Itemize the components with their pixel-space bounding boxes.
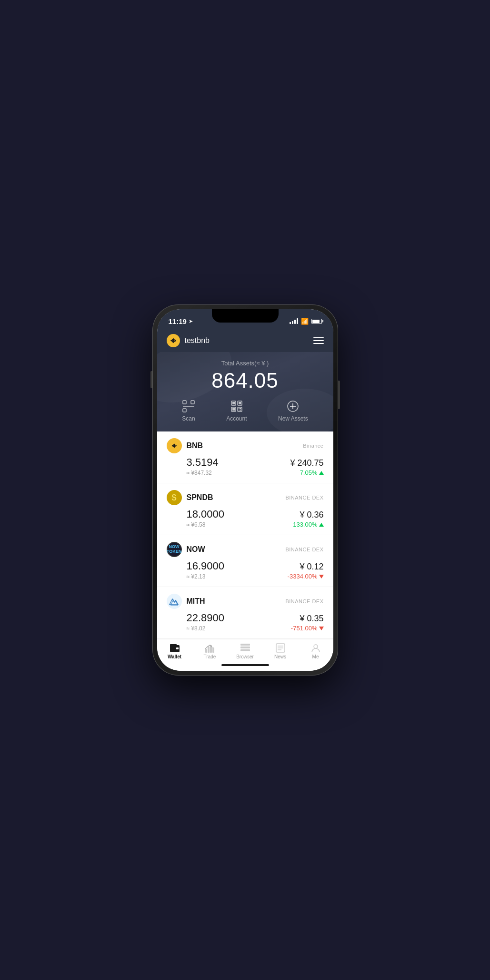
nav-label-news: News [274,654,286,659]
asset-logo-mith [167,594,182,609]
svg-rect-14 [239,410,240,411]
asset-logo-bnb [167,438,182,453]
me-nav-icon [310,643,321,653]
nav-item-wallet[interactable]: Wallet [160,643,189,659]
location-icon: ➤ [189,318,193,324]
asset-price-now: ¥ 0.12 [288,562,324,572]
nav-item-me[interactable]: Me [301,643,330,659]
change-up-icon-bnb [319,471,324,475]
asset-exchange-bnb: Binance [303,443,323,449]
asset-fiat-now: ≈ ¥2.13 [187,573,225,580]
asset-item-spndb[interactable]: $ SPNDB BINANCE DEX 18.0000 ≈ ¥6.58 ¥ 0.… [157,483,333,535]
svg-rect-20 [170,644,177,646]
nav-label-trade: Trade [204,654,216,659]
svg-rect-10 [239,402,241,404]
asset-balance-spndb: 18.0000 [187,508,225,520]
hero-actions: Scan [167,400,324,422]
asset-change-now: -3334.00% [288,573,324,580]
wifi-icon: 📶 [301,318,309,325]
svg-rect-27 [240,647,250,648]
phone-frame: 11:19 ➤ 📶 [152,304,338,676]
asset-balance-mith: 22.8900 [187,612,225,624]
total-amount: 864.05 [167,369,324,392]
nav-label-wallet: Wallet [168,654,181,659]
svg-rect-13 [240,408,241,409]
asset-change-mith: -751.00% [291,625,324,632]
asset-price-spndb: ¥ 0.36 [293,510,323,520]
home-indicator [157,661,333,671]
header-left: testbnb [167,334,210,347]
svg-rect-9 [232,402,235,404]
nav-label-me: Me [312,654,319,659]
asset-exchange-mith: BINANCE DEX [285,598,323,604]
asset-details-bnb: 3.5194 ≈ ¥847.32 ¥ 240.75 7.05% [167,456,324,476]
account-button[interactable]: Account [226,400,247,422]
app-logo [167,334,180,347]
change-up-icon-spndb [319,523,324,527]
account-label: Account [226,415,247,422]
asset-name-now: NOW [187,545,205,554]
new-assets-button[interactable]: New Assets [278,400,308,422]
asset-fiat-spndb: ≈ ¥6.58 [187,521,225,528]
nav-item-trade[interactable]: Trade [196,643,224,659]
asset-item-now[interactable]: NOWTOKEN NOW BINANCE DEX 16.9000 ≈ ¥2.13… [157,535,333,587]
phone-inner: 11:19 ➤ 📶 [157,309,333,671]
new-assets-icon [287,400,299,412]
nav-label-browser: Browser [236,654,254,659]
asset-item-mith[interactable]: MITH BINANCE DEX 22.8900 ≈ ¥8.02 ¥ 0.35 … [157,587,333,639]
asset-details-mith: 22.8900 ≈ ¥8.02 ¥ 0.35 -751.00% [167,612,324,632]
total-label: Total Assets(≈ ¥ ) [167,360,324,367]
notch [212,309,279,323]
scan-icon [182,400,195,412]
asset-price-mith: ¥ 0.35 [291,614,324,624]
asset-list: BNB Binance 3.5194 ≈ ¥847.32 ¥ 240.75 7.… [157,431,333,639]
asset-name-mith: MITH [187,597,205,606]
bottom-nav: Wallet Trade [157,639,333,661]
scan-button[interactable]: Scan [182,400,195,422]
app-header: testbnb [157,330,333,352]
asset-fiat-mith: ≈ ¥8.02 [187,625,225,632]
menu-button[interactable] [313,337,324,344]
asset-name-bnb: BNB [187,441,203,450]
status-time: 11:19 [169,317,187,325]
nav-item-news[interactable]: News [266,643,295,659]
asset-exchange-now: BINANCE DEX [285,547,323,552]
change-down-icon-mith [319,627,324,630]
asset-item-bnb[interactable]: BNB Binance 3.5194 ≈ ¥847.32 ¥ 240.75 7.… [157,431,333,483]
nav-item-browser[interactable]: Browser [231,643,260,659]
svg-rect-1 [183,401,186,404]
asset-header-now: NOWTOKEN NOW BINANCE DEX [167,542,324,557]
asset-balance-bnb: 3.5194 [187,456,219,469]
account-icon [230,400,243,412]
asset-change-spndb: 133.00% [293,521,323,528]
status-icons: 📶 [290,318,322,325]
svg-rect-22 [205,649,207,653]
asset-exchange-spndb: BINANCE DEX [285,495,323,500]
news-nav-icon [275,643,286,653]
svg-point-33 [314,645,318,648]
svg-rect-25 [212,647,214,653]
svg-rect-11 [232,408,235,411]
asset-balance-now: 16.9000 [187,560,225,572]
asset-header-mith: MITH BINANCE DEX [167,594,324,609]
svg-rect-21 [176,647,179,649]
signal-icon [290,318,298,324]
scan-label: Scan [182,415,195,422]
change-down-icon-now [319,575,324,578]
new-assets-label: New Assets [278,415,308,422]
hero-section: Total Assets(≈ ¥ ) 864.05 Scan [157,352,333,431]
svg-point-16 [288,401,298,412]
screen: 11:19 ➤ 📶 [157,309,333,671]
svg-rect-2 [191,401,194,404]
svg-rect-23 [208,647,210,653]
asset-details-now: 16.9000 ≈ ¥2.13 ¥ 0.12 -3334.00% [167,560,324,580]
wallet-nav-icon [170,643,180,653]
asset-fiat-bnb: ≈ ¥847.32 [187,470,219,476]
asset-change-bnb: 7.05% [290,469,323,476]
asset-logo-spndb: $ [167,490,182,505]
svg-rect-3 [183,409,186,412]
asset-name-spndb: SPNDB [187,493,213,502]
home-bar [221,664,269,666]
header-username: testbnb [185,336,210,345]
asset-price-bnb: ¥ 240.75 [290,458,323,468]
